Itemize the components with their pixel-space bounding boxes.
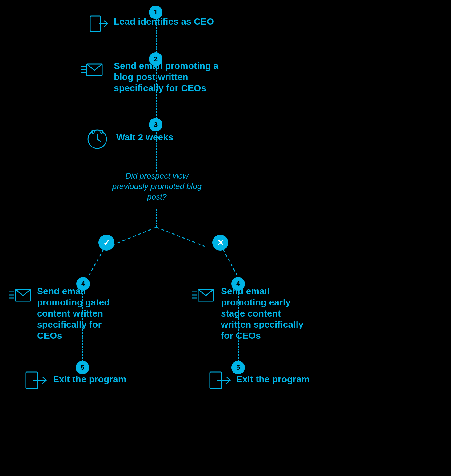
svg-line-8 [97,139,101,142]
yes-badge: ✓ [98,235,114,251]
step4-right-badge: 4 [231,277,245,291]
no-badge: ✕ [212,235,228,251]
svg-line-13 [109,227,156,246]
email-icon-step2 [80,61,105,79]
clock-icon [85,126,110,150]
enter-icon [88,13,109,34]
line-3-decision [156,132,157,172]
step5-right-badge: 5 [231,361,245,374]
decision-label: Did prospect view previously promoted bl… [111,171,203,202]
step2-badge: 2 [149,52,162,66]
exit-icon-left [24,369,49,391]
step4-right-label: Send email promoting early stage content… [221,286,310,341]
step3-badge: 3 [149,118,162,131]
exit-left-label: Exit the program [53,374,127,385]
flow-diagram: 1 Lead identifies as CEO 2 [0,0,328,476]
line-2-3 [156,66,157,119]
yes-line-down [62,244,123,281]
email-icon-left [9,286,33,305]
step3-label: Wait 2 weeks [116,132,202,143]
exit-icon-right [208,369,233,391]
line-right-4-5 [238,291,239,361]
step5-left-badge: 5 [76,361,89,374]
step4-left-label: Send email promoting gated content writt… [37,286,117,341]
step2-label: Send email promoting a blog post written… [114,60,231,94]
exit-right-label: Exit the program [236,374,310,385]
step1-label: Lead identifies as CEO [114,16,215,27]
svg-line-14 [156,227,205,246]
line-1-2 [156,19,157,53]
step4-left-badge: 4 [76,277,90,291]
svg-rect-0 [90,16,101,31]
line-left-4-5 [82,291,83,361]
email-icon-right [191,286,216,305]
step1-badge: 1 [149,6,162,19]
